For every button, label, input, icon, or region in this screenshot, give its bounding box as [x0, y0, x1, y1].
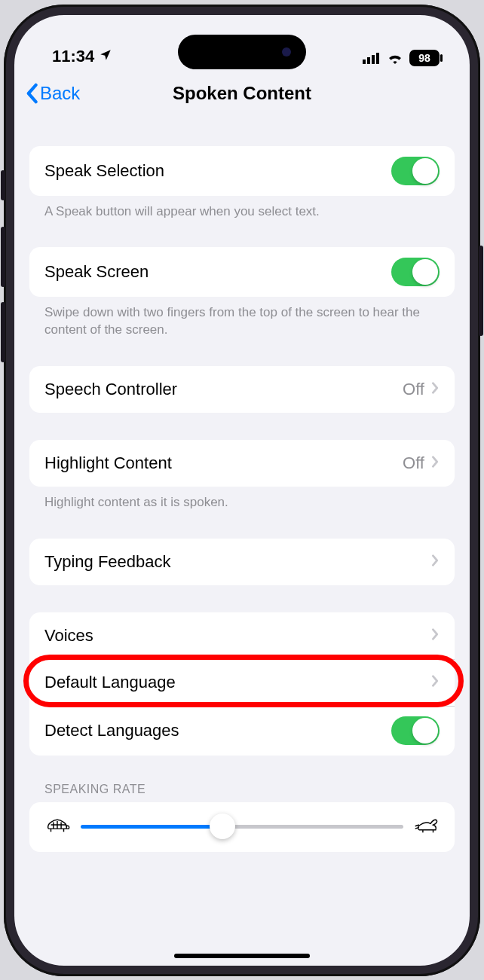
- speaking-rate-header: SPEAKING RATE: [29, 783, 455, 802]
- status-time: 11:34: [52, 47, 94, 66]
- row-value: Off: [403, 453, 424, 473]
- settings-content[interactable]: Speak Selection A Speak button will appe…: [14, 119, 470, 955]
- location-icon: [99, 47, 112, 66]
- chevron-right-icon: [430, 453, 440, 473]
- svg-rect-2: [372, 55, 375, 64]
- voices-row[interactable]: Voices: [29, 612, 455, 659]
- volume-down-button: [1, 302, 5, 362]
- back-button[interactable]: Back: [25, 83, 80, 104]
- row-label: Speech Controller: [44, 380, 177, 399]
- speech-controller-row[interactable]: Speech Controller Off: [29, 366, 455, 413]
- chevron-right-icon: [430, 380, 440, 399]
- highlight-content-row[interactable]: Highlight Content Off: [29, 440, 455, 487]
- svg-rect-0: [363, 60, 366, 64]
- chevron-right-icon: [430, 673, 440, 692]
- power-button: [479, 246, 483, 336]
- chevron-right-icon: [430, 552, 440, 572]
- speak-selection-footer: A Speak button will appear when you sele…: [29, 196, 455, 221]
- rabbit-icon: [414, 816, 440, 837]
- mute-switch: [1, 170, 5, 200]
- row-label: Default Language: [44, 673, 176, 692]
- speak-screen-row[interactable]: Speak Screen: [29, 247, 455, 297]
- speak-screen-footer: Swipe down with two fingers from the top…: [29, 297, 455, 339]
- detect-languages-row[interactable]: Detect Languages: [29, 706, 455, 756]
- row-value: Off: [403, 380, 424, 399]
- highlight-content-footer: Highlight content as it is spoken.: [29, 487, 455, 511]
- phone-frame: 11:34 98 Back Sp: [4, 5, 480, 976]
- row-label: Typing Feedback: [44, 552, 171, 572]
- wifi-icon: [387, 52, 403, 64]
- back-label: Back: [40, 83, 80, 104]
- home-indicator[interactable]: [174, 954, 310, 958]
- slider-thumb[interactable]: [210, 814, 235, 839]
- row-label: Speak Selection: [44, 161, 164, 181]
- page-title: Spoken Content: [173, 83, 311, 104]
- default-language-row[interactable]: Default Language: [29, 659, 455, 706]
- volume-up-button: [1, 227, 5, 287]
- turtle-icon: [44, 816, 70, 837]
- chevron-left-icon: [25, 83, 38, 104]
- battery-icon: 98: [409, 50, 440, 66]
- speak-screen-toggle[interactable]: [391, 258, 440, 286]
- screen: 11:34 98 Back Sp: [14, 15, 470, 966]
- chevron-right-icon: [430, 626, 440, 646]
- row-label: Speak Screen: [44, 262, 149, 282]
- cellular-icon: [363, 52, 381, 64]
- battery-level: 98: [418, 52, 430, 64]
- speak-selection-row[interactable]: Speak Selection: [29, 146, 455, 196]
- front-camera-icon: [282, 47, 291, 56]
- svg-rect-3: [376, 53, 379, 64]
- row-label: Voices: [44, 626, 93, 646]
- row-label: Highlight Content: [44, 453, 172, 473]
- typing-feedback-row[interactable]: Typing Feedback: [29, 539, 455, 585]
- speak-selection-toggle[interactable]: [391, 157, 440, 185]
- dynamic-island: [178, 35, 306, 69]
- nav-bar: Back Spoken Content: [14, 68, 470, 119]
- detect-languages-toggle[interactable]: [391, 716, 440, 745]
- speaking-rate-slider[interactable]: [81, 825, 403, 829]
- svg-rect-1: [367, 57, 370, 64]
- row-label: Detect Languages: [44, 721, 179, 740]
